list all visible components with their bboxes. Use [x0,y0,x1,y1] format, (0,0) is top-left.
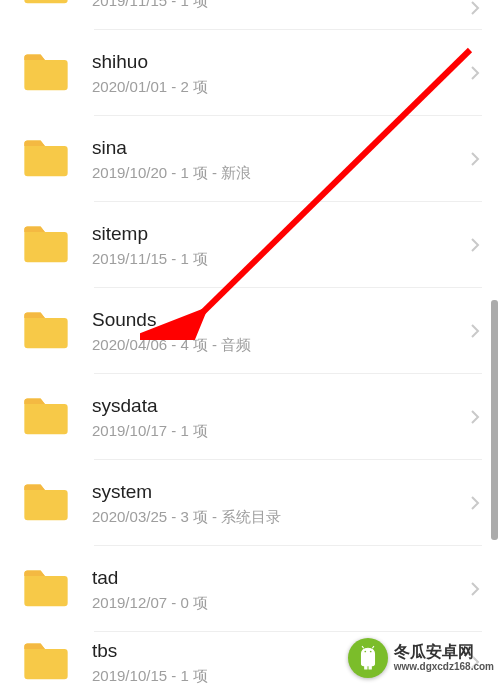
scrollbar[interactable] [491,300,498,540]
chevron-right-icon [464,409,486,425]
folder-row[interactable]: tad 2019/12/07 - 0 项 [0,546,500,632]
folder-row[interactable]: sina 2019/10/20 - 1 项 - 新浪 [0,116,500,202]
folder-row[interactable]: sysdata 2019/10/17 - 1 项 [0,374,500,460]
folder-title: sysdata [92,394,464,418]
folder-meta: 2019/10/17 - 1 项 [92,422,464,440]
scrollbar-thumb[interactable] [491,300,498,540]
chevron-right-icon [464,495,486,511]
folder-meta: 2019/11/15 - 1 项 [92,250,464,268]
watermark: 冬瓜安卓网 www.dgxcdz168.com [348,638,494,678]
folder-content: 2019/11/15 - 1 项 [92,0,464,10]
chevron-right-icon [464,65,486,81]
folder-meta: 2019/10/20 - 1 项 - 新浪 [92,164,464,182]
android-icon [348,638,388,678]
folder-title: sina [92,136,464,160]
folder-icon [20,391,72,443]
folder-icon [20,133,72,185]
chevron-right-icon [464,581,486,597]
folder-row[interactable]: shihuo 2020/01/01 - 2 项 [0,30,500,116]
chevron-right-icon [464,151,486,167]
folder-list: 2019/11/15 - 1 项 shihuo 2020/01/01 - 2 项… [0,0,500,690]
watermark-url: www.dgxcdz168.com [394,661,494,673]
folder-row[interactable]: sitemp 2019/11/15 - 1 项 [0,202,500,288]
folder-content: Sounds 2020/04/06 - 4 项 - 音频 [92,308,464,354]
folder-content: shihuo 2020/01/01 - 2 项 [92,50,464,96]
svg-point-2 [370,651,372,653]
folder-content: tad 2019/12/07 - 0 项 [92,566,464,612]
folder-icon [20,219,72,271]
folder-icon [20,636,72,688]
folder-row[interactable]: 2019/11/15 - 1 项 [0,0,500,30]
folder-icon [20,0,72,12]
folder-icon [20,477,72,529]
folder-row[interactable]: Sounds 2020/04/06 - 4 项 - 音频 [0,288,500,374]
folder-icon [20,47,72,99]
folder-meta: 2020/03/25 - 3 项 - 系统目录 [92,508,464,526]
folder-title: Sounds [92,308,464,332]
folder-content: system 2020/03/25 - 3 项 - 系统目录 [92,480,464,526]
folder-content: sitemp 2019/11/15 - 1 项 [92,222,464,268]
watermark-text: 冬瓜安卓网 www.dgxcdz168.com [394,643,494,673]
folder-title: sitemp [92,222,464,246]
chevron-right-icon [464,0,486,16]
folder-icon [20,563,72,615]
folder-meta: 2020/04/06 - 4 项 - 音频 [92,336,464,354]
folder-title: shihuo [92,50,464,74]
svg-point-1 [364,651,366,653]
chevron-right-icon [464,237,486,253]
folder-meta: 2019/11/15 - 1 项 [92,0,464,10]
chevron-right-icon [464,323,486,339]
folder-row[interactable]: system 2020/03/25 - 3 项 - 系统目录 [0,460,500,546]
watermark-title: 冬瓜安卓网 [394,643,494,661]
folder-content: sysdata 2019/10/17 - 1 项 [92,394,464,440]
folder-title: system [92,480,464,504]
folder-content: sina 2019/10/20 - 1 项 - 新浪 [92,136,464,182]
folder-icon [20,305,72,357]
folder-meta: 2020/01/01 - 2 项 [92,78,464,96]
folder-title: tad [92,566,464,590]
folder-meta: 2019/12/07 - 0 项 [92,594,464,612]
